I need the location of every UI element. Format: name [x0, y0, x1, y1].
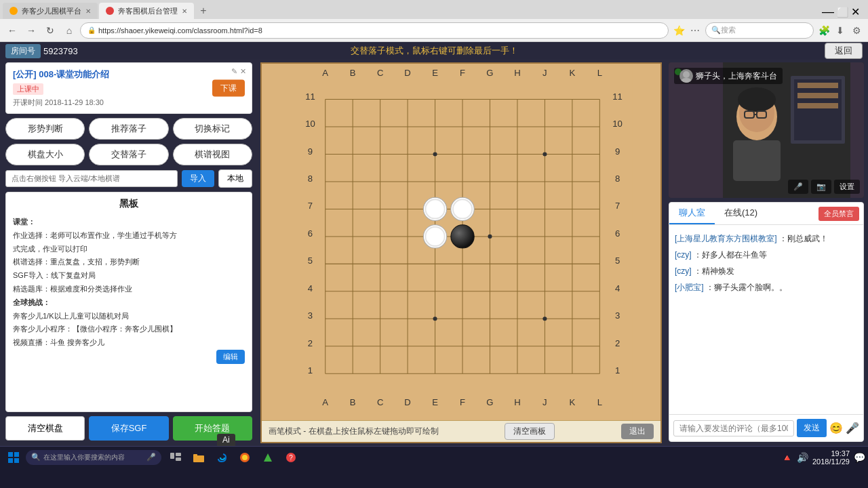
svg-rect-98: [14, 452, 19, 457]
taskbar-right: 🔺 🔊 19:37 2018/11/29 💬: [781, 449, 865, 466]
tab-online[interactable]: 在线(12): [715, 203, 767, 224]
address-text: https://shaoer.yikeweiqi.com/classroom.h…: [98, 26, 262, 35]
minimize-btn[interactable]: —: [822, 5, 834, 19]
video-name: 狮子头，上海奔客斗台: [696, 70, 777, 82]
svg-point-107: [242, 455, 248, 460]
extensions-icon[interactable]: 🧩: [816, 23, 831, 38]
svg-text:K: K: [569, 68, 575, 78]
msg-sender-1: [上海星儿教育东方围棋教室]: [675, 234, 777, 243]
blackboard-line-2: 式完成，作业可以打印: [13, 243, 245, 256]
search-bar[interactable]: 🔍 搜索: [705, 22, 814, 39]
board-canvas[interactable]: A B C D E F G H J K L 11 10 9 8 7: [262, 64, 660, 420]
app6-btn[interactable]: ?: [281, 448, 301, 467]
svg-text:2: 2: [615, 338, 620, 348]
import-hint-text: 点击右侧按钮 导入云端/本地棋谱: [12, 174, 120, 182]
start-button[interactable]: [3, 449, 24, 466]
lesson-card: ✎ ✕ [公开] 008-课堂功能介绍 上课中 开课时间 2018-11-29 …: [5, 62, 252, 114]
start-answer-btn[interactable]: 开始答题: [173, 416, 252, 441]
video-controls: 🎤 📷 设置: [788, 180, 860, 194]
feature-buttons-row1: 形势判断 推荐落子 切换标记: [5, 118, 252, 140]
firefox-btn[interactable]: [235, 448, 255, 467]
import-btn[interactable]: 导入: [182, 170, 214, 187]
svg-text:8: 8: [308, 174, 313, 184]
taskbar-items: ?: [165, 448, 301, 467]
tab-close-1[interactable]: ✕: [85, 7, 91, 15]
alternate-btn[interactable]: 交替落子: [89, 144, 168, 165]
chat-message-2: [czy] ：好多人都在斗鱼等: [675, 247, 858, 263]
blackboard-edit-btn[interactable]: 编辑: [216, 350, 245, 364]
edit-btn-container: 编辑: [13, 350, 245, 364]
go-board-svg[interactable]: A B C D E F G H J K L 11 10 9 8 7: [262, 64, 660, 420]
svg-point-68: [433, 317, 437, 321]
blackboard-section-heading-2: 全球挑战：: [13, 296, 245, 310]
settings-control-btn[interactable]: 设置: [834, 180, 860, 194]
download-icon[interactable]: ⬇: [833, 23, 848, 38]
video-container: 狮子头，上海奔客斗台 🎤 📷 设置: [669, 62, 864, 198]
local-btn[interactable]: 本地: [218, 169, 252, 188]
back-nav-btn[interactable]: ←: [4, 22, 20, 39]
chat-mic-btn[interactable]: 🎤: [846, 422, 859, 434]
lesson-time: 开课时间 2018-11-29 18:30: [13, 98, 245, 108]
tab-chat[interactable]: 聊人室: [669, 203, 715, 224]
blackboard-section-heading-1: 课堂：: [13, 216, 245, 229]
edit-icon[interactable]: ✎: [231, 67, 237, 76]
msg-sender-3: [czy]: [675, 266, 692, 276]
tab-favicon-2: [106, 7, 114, 15]
network-icon[interactable]: 🔺: [781, 452, 793, 463]
bookmark-icon[interactable]: ⭐: [671, 23, 686, 38]
svg-text:10: 10: [305, 119, 315, 129]
notification-icon[interactable]: 💬: [854, 452, 865, 463]
svg-text:E: E: [432, 68, 438, 78]
maximize-btn[interactable]: ⬜: [837, 7, 848, 18]
svg-text:K: K: [569, 397, 575, 407]
mute-all-btn[interactable]: 全员禁言: [818, 207, 859, 221]
forward-nav-btn[interactable]: →: [23, 22, 39, 39]
svg-text:11: 11: [305, 92, 315, 102]
record-view-btn[interactable]: 棋谱视图: [173, 144, 252, 165]
import-row: 点击右侧按钮 导入云端/本地棋谱 导入 本地: [5, 169, 252, 188]
app5-btn[interactable]: [258, 448, 278, 467]
mic-control-btn[interactable]: 🎤: [788, 180, 808, 194]
suggest-btn[interactable]: 推荐落子: [89, 118, 168, 140]
refresh-btn[interactable]: ↻: [42, 22, 58, 39]
blackboard-line-3: 棋谱选择：重点复盘，支招，形势判断: [13, 256, 245, 269]
svg-text:A: A: [322, 397, 328, 407]
chat-input[interactable]: [673, 420, 794, 436]
svg-rect-103: [176, 458, 181, 461]
end-lesson-btn[interactable]: 下课: [212, 80, 245, 97]
toggle-mark-btn[interactable]: 切换标记: [173, 118, 252, 140]
svg-text:G: G: [486, 397, 493, 407]
close-btn[interactable]: ✕: [851, 5, 860, 18]
msg-content-1: ：刚总威武！: [779, 234, 828, 243]
menu-icon[interactable]: ⋯: [688, 23, 703, 38]
home-btn[interactable]: ⌂: [61, 22, 77, 39]
camera-control-btn[interactable]: 📷: [811, 180, 831, 194]
svg-text:B: B: [350, 68, 356, 78]
address-bar[interactable]: 🔒 https://shaoer.yikeweiqi.com/classroom…: [80, 22, 669, 39]
exit-draw-btn[interactable]: 退出: [621, 424, 654, 439]
board-size-btn[interactable]: 棋盘大小: [5, 144, 85, 165]
situation-btn[interactable]: 形势判断: [5, 118, 85, 140]
settings-icon[interactable]: ⚙: [849, 23, 864, 38]
svg-rect-102: [176, 453, 181, 456]
svg-text:J: J: [542, 397, 547, 407]
new-tab-button[interactable]: +: [195, 3, 212, 19]
tab-close-2[interactable]: ✕: [182, 7, 187, 15]
tab-inactive[interactable]: 奔客少儿围棋平台 ✕: [3, 3, 98, 19]
search-text: 在这里输入你要搜索的内容: [43, 453, 125, 462]
volume-icon[interactable]: 🔊: [797, 452, 808, 463]
edge-btn[interactable]: [212, 448, 232, 467]
svg-text:B: B: [350, 397, 356, 407]
tab-active[interactable]: 奔客围棋后台管理 ✕: [99, 3, 194, 19]
close-icon[interactable]: ✕: [240, 67, 246, 76]
taskbar-search[interactable]: 🔍 在这里输入你要搜索的内容 🎤: [26, 450, 161, 465]
explorer-btn[interactable]: [189, 448, 209, 467]
clear-board-btn[interactable]: 清空棋盘: [5, 416, 85, 441]
taskview-btn[interactable]: [165, 448, 186, 467]
save-sgf-btn[interactable]: 保存SGF: [89, 416, 168, 441]
emoji-btn[interactable]: 😊: [829, 422, 843, 434]
send-btn[interactable]: 发送: [797, 419, 827, 437]
clear-canvas-btn[interactable]: 清空画板: [505, 423, 555, 440]
search-icon: 🔍: [31, 453, 41, 462]
back-button[interactable]: 返回: [825, 43, 863, 59]
